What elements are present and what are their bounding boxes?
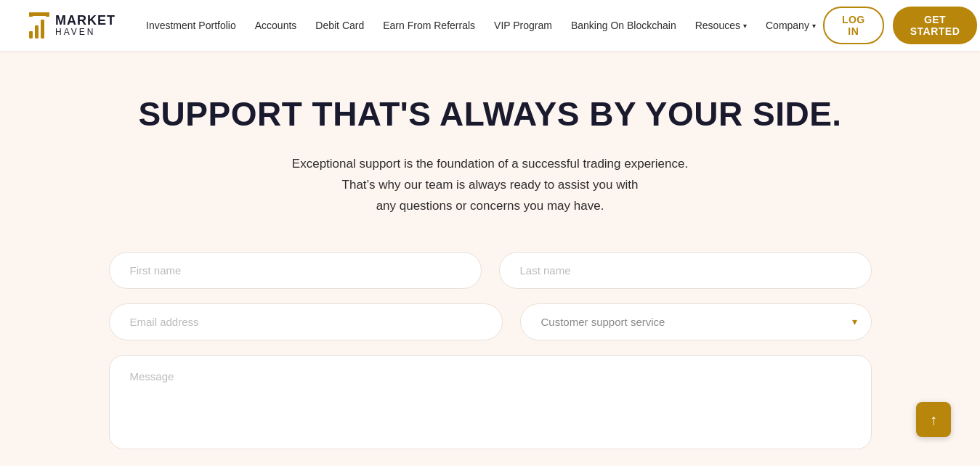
message-textarea[interactable] [109,355,872,449]
nav-link-resources[interactable]: Resouces ▾ [688,15,754,36]
service-select[interactable]: Customer support service Technical suppo… [520,303,872,340]
logo-icon [29,12,49,38]
nav-link-earn-from-referrals[interactable]: Earn From Referrals [376,15,482,36]
nav-actions: LOG IN GET STARTED [823,7,977,44]
navbar: MARKET HAVEN Investment Portfolio Accoun… [0,0,980,51]
nav-link-banking-on-blockchain[interactable]: Banking On Blockchain [564,15,684,36]
form-row-names [109,252,872,289]
service-select-wrapper: Customer support service Technical suppo… [520,303,872,340]
main-content: SUPPORT THAT'S ALWAYS BY YOUR SIDE. Exce… [0,51,980,466]
nav-link-company[interactable]: Company ▾ [758,15,823,36]
hero-subtitle: Exceptional support is the foundation of… [292,154,688,217]
nav-link-vip-program[interactable]: VIP Program [487,15,559,36]
logo[interactable]: MARKET HAVEN [29,12,116,38]
login-button[interactable]: LOG IN [823,7,884,44]
first-name-input[interactable] [109,252,482,289]
logo-text: MARKET HAVEN [55,14,116,38]
logo-haven: HAVEN [55,28,116,37]
scroll-top-button[interactable]: ↑ [916,402,951,437]
nav-links: Investment Portfolio Accounts Debit Card… [139,15,823,36]
resources-dropdown-arrow: ▾ [743,22,747,30]
email-input[interactable] [109,303,503,340]
nav-link-accounts[interactable]: Accounts [248,15,304,36]
nav-link-investment-portfolio[interactable]: Investment Portfolio [139,15,243,36]
company-dropdown-arrow: ▾ [812,22,816,30]
form-row-email-service: Customer support service Technical suppo… [109,303,872,340]
last-name-input[interactable] [499,252,872,289]
scroll-top-icon: ↑ [930,412,937,428]
logo-market: MARKET [55,14,116,28]
hero-title: SUPPORT THAT'S ALWAYS BY YOUR SIDE. [138,94,841,134]
contact-form: Customer support service Technical suppo… [109,252,872,449]
get-started-button[interactable]: GET STARTED [893,7,978,44]
nav-link-debit-card[interactable]: Debit Card [308,15,371,36]
form-row-message [109,355,872,449]
